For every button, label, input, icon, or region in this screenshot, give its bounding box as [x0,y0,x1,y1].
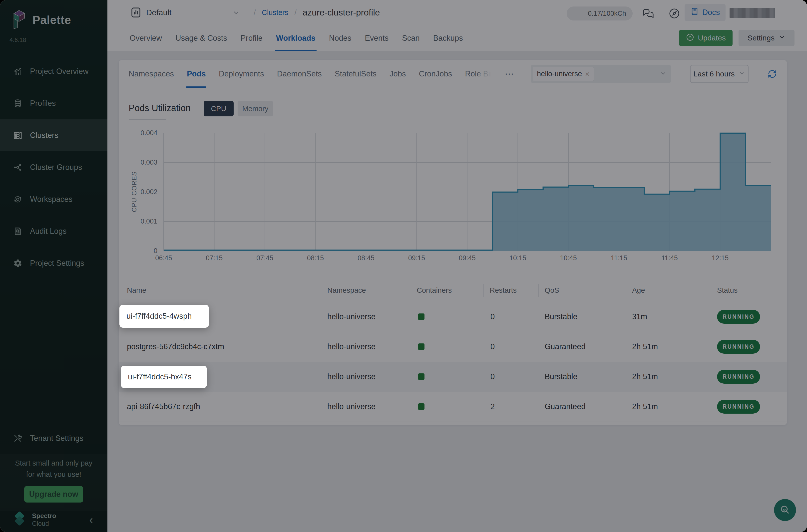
screenshot-root: Palette 4.6.18 Project OverviewProfilesC… [0,0,807,532]
spotlight-pod-name-2: ui-f7ff4ddc5-hx47s [121,366,207,388]
tour-dim-overlay [0,0,807,532]
spotlight-pod-name-1: ui-f7ff4ddc5-4wsph [119,305,209,328]
palette-app: Palette 4.6.18 Project OverviewProfilesC… [0,0,807,532]
